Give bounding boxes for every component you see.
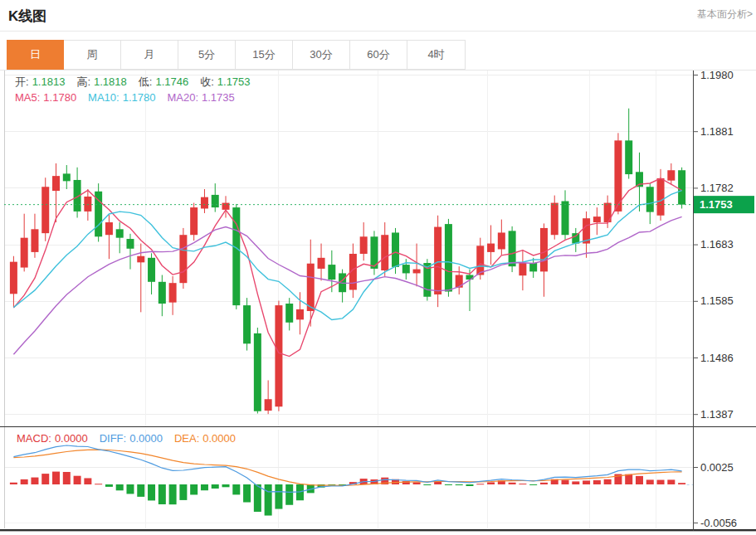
ma-legend-label-1: MA10: bbox=[88, 91, 119, 104]
ohlc-legend-label-2: 低: bbox=[139, 75, 153, 88]
svg-text:0.0025: 0.0025 bbox=[700, 461, 734, 474]
svg-text:1.1486: 1.1486 bbox=[700, 352, 734, 364]
macd-legend-value-0: 0.0000 bbox=[55, 432, 88, 445]
svg-text:1.1782: 1.1782 bbox=[700, 182, 734, 194]
ohlc-legend-value-1: 1.1818 bbox=[94, 75, 127, 88]
svg-text:1.1585: 1.1585 bbox=[700, 294, 734, 307]
ohlc-legend-label-3: 收: bbox=[200, 75, 214, 88]
macd-legend-value-2: 0.0000 bbox=[202, 432, 236, 445]
ma-legend-label-2: MA20: bbox=[167, 91, 198, 104]
ma-legend: MA5:1.1780MA10:1.1780MA20:1.1735 bbox=[15, 91, 246, 104]
candles-layer bbox=[10, 109, 685, 414]
ma-legend-value-2: 1.1735 bbox=[202, 91, 235, 104]
svg-text:1.1683: 1.1683 bbox=[700, 238, 734, 250]
svg-text:1.1881: 1.1881 bbox=[700, 125, 734, 138]
ma-legend-label-0: MA5: bbox=[15, 91, 40, 104]
macd-legend-label-0: MACD: bbox=[17, 432, 51, 445]
svg-text:-0.0056: -0.0056 bbox=[700, 517, 737, 529]
macd-legend: MACD:0.0000DIFF:0.0000DEA:0.0000 bbox=[17, 432, 247, 445]
svg-text:1.1387: 1.1387 bbox=[700, 408, 734, 421]
macd-legend-label-1: DIFF: bbox=[100, 432, 127, 445]
ohlc-legend-label-0: 开: bbox=[15, 75, 29, 88]
ohlc-legend: 开:1.1813高:1.1818低:1.1746收:1.1753 bbox=[15, 75, 262, 90]
ma20-line bbox=[13, 216, 681, 354]
kline-app: K线图 基本面分析> 日周月5分15分30分60分4时 开:1.1813高:1.… bbox=[0, 0, 756, 535]
diff-line bbox=[13, 445, 681, 492]
gridlines bbox=[4, 71, 693, 528]
ohlc-legend-label-1: 高: bbox=[76, 75, 90, 88]
ohlc-legend-value-0: 1.1813 bbox=[32, 75, 66, 88]
ohlc-legend-value-2: 1.1746 bbox=[155, 75, 188, 88]
ma5-line bbox=[13, 178, 681, 357]
ma-legend-value-0: 1.1780 bbox=[43, 91, 76, 104]
ma10-line bbox=[13, 191, 681, 320]
macd-legend-label-2: DEA: bbox=[174, 432, 199, 445]
macd-legend-value-1: 0.0000 bbox=[129, 432, 163, 445]
svg-text:1.1753: 1.1753 bbox=[700, 198, 733, 211]
price-axis-labels: 1.19801.18811.17821.16831.15851.14861.13… bbox=[693, 69, 754, 529]
bottom-border bbox=[0, 529, 756, 531]
ohlc-legend-value-3: 1.1753 bbox=[217, 75, 251, 88]
macd-layer bbox=[10, 445, 693, 516]
svg-text:1.1980: 1.1980 bbox=[700, 69, 734, 81]
ma-legend-value-1: 1.1780 bbox=[123, 91, 156, 104]
